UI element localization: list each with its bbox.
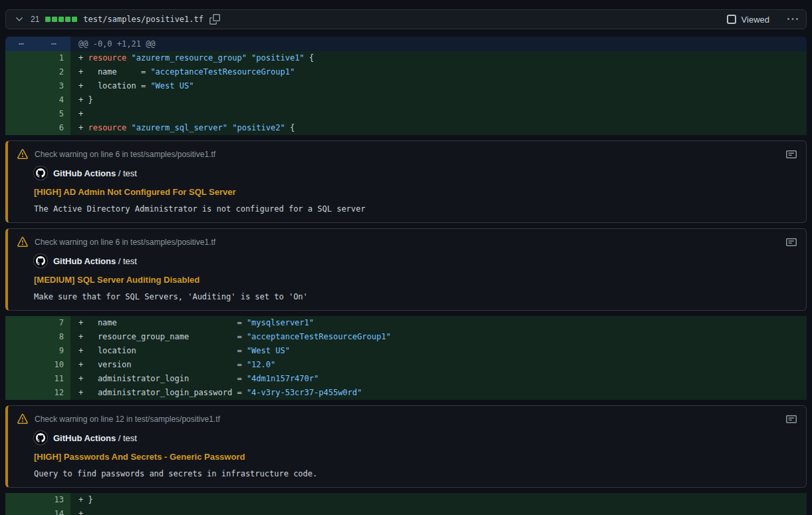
github-actions-avatar	[34, 431, 47, 444]
code-cell: + resource "azurerm_resource_group" "pos…	[70, 51, 807, 65]
line-number-old[interactable]	[5, 358, 38, 372]
line-number-new[interactable]: 2	[38, 65, 70, 79]
diff-line-row: 12+ administrator_login_password = "4-v3…	[5, 386, 807, 400]
line-number-old[interactable]	[5, 330, 38, 344]
line-number-new[interactable]: 6	[38, 121, 70, 135]
annotation-note-icon[interactable]	[786, 237, 797, 248]
code-token: +	[78, 53, 88, 63]
annotation-header: Check warning on line 12 in test/samples…	[17, 414, 797, 425]
check-source-name: GitHub Actions / test	[53, 433, 137, 443]
code-token: + name =	[78, 67, 150, 77]
diffstat-square	[65, 17, 70, 22]
diffstat-square	[45, 17, 51, 22]
code-cell: + location = "West US"	[70, 79, 807, 93]
warning-triangle-icon	[17, 237, 28, 248]
check-source-link[interactable]: GitHub Actions / test	[34, 431, 797, 444]
diff-line-row: 11+ administrator_login = "4dm1n157r470r…	[5, 372, 807, 386]
kebab-menu-icon[interactable]	[787, 14, 798, 25]
annotation-header-text: Check warning on line 12 in test/samples…	[35, 414, 220, 425]
chevron-down-icon[interactable]	[14, 14, 25, 25]
line-number-new[interactable]: 9	[38, 344, 70, 358]
annotation-message: Query to find passwords and secrets in i…	[34, 468, 797, 479]
annotation-message: Make sure that for SQL Servers, 'Auditin…	[34, 291, 797, 302]
check-source-link[interactable]: GitHub Actions / test	[34, 166, 797, 180]
code-token: "West US"	[247, 346, 290, 355]
annotation-message: The Active Directory Administrator is no…	[34, 204, 797, 214]
code-token: + administrator_login_password =	[78, 388, 247, 397]
line-number-old[interactable]	[5, 316, 38, 330]
annotation-title: [MEDIUM] SQL Server Auditing Disabled	[34, 275, 797, 285]
code-token: "West US"	[150, 81, 194, 90]
code-token: + name =	[78, 318, 247, 327]
line-number-old[interactable]	[5, 93, 38, 107]
line-number-old[interactable]	[5, 344, 38, 358]
line-number-old[interactable]	[5, 507, 38, 515]
code-token: "positive1"	[251, 53, 304, 63]
code-token: "azurerm_resource_group"	[131, 53, 246, 63]
annotation-header-text: Check warning on line 6 in test/samples/…	[35, 237, 215, 248]
expand-down-button[interactable]: ⋯	[38, 37, 70, 51]
line-number-new[interactable]: 5	[38, 107, 70, 121]
line-number-old[interactable]	[5, 386, 38, 400]
diff-line-row: 9+ location = "West US"	[5, 344, 807, 358]
line-number-old[interactable]	[5, 372, 38, 386]
code-cell: + resource_group_name = "acceptanceTestR…	[70, 330, 807, 344]
code-cell: + name = "acceptanceTestResourceGroup1"	[70, 65, 807, 79]
code-token: +	[78, 123, 88, 132]
line-number-old[interactable]	[5, 121, 38, 135]
code-token: {	[305, 53, 314, 63]
viewed-checkbox[interactable]	[727, 15, 736, 24]
line-number-new[interactable]: 11	[38, 372, 70, 386]
hunk-header-row: ⋯⋯@@ -0,0 +1,21 @@	[5, 37, 807, 51]
line-number-old[interactable]	[5, 493, 38, 507]
annotation-title: [HIGH] Passwords And Secrets - Generic P…	[34, 452, 797, 462]
file-header: 21 test/samples/positive1.tf Viewed	[5, 9, 807, 29]
warning-triangle-icon	[17, 149, 28, 160]
line-number-new[interactable]: 4	[38, 93, 70, 107]
line-number-new[interactable]: 13	[38, 493, 70, 507]
code-token: {	[285, 123, 295, 132]
line-number-new[interactable]: 10	[38, 358, 70, 372]
diff-line-row: 2+ name = "acceptanceTestResourceGroup1"	[5, 65, 807, 79]
code-token: + location =	[78, 81, 150, 90]
viewed-control[interactable]: Viewed	[727, 15, 769, 25]
diff-line-row: 1+ resource "azurerm_resource_group" "po…	[5, 51, 807, 65]
diff-line-row: 7+ name = "mysqlserver1"	[5, 316, 807, 330]
file-path: test/samples/positive1.tf	[83, 15, 203, 24]
code-token: + }	[78, 495, 93, 504]
line-number-old[interactable]	[5, 51, 38, 65]
diff-line-row: 14+	[5, 507, 807, 515]
annotation-note-icon[interactable]	[786, 149, 797, 160]
line-number-new[interactable]: 1	[38, 51, 70, 65]
changes-count: 21	[31, 15, 39, 24]
code-cell: + administrator_login = "4dm1n157r470r"	[70, 372, 807, 386]
code-token: +	[78, 109, 83, 118]
code-token: + resource_group_name =	[78, 332, 247, 341]
annotation-note-icon[interactable]	[786, 414, 797, 425]
annotation-title: [HIGH] AD Admin Not Configured For SQL S…	[34, 187, 797, 198]
code-cell: + resource "azurerm_sql_server" "positiv…	[70, 121, 807, 135]
code-token: "4dm1n157r470r"	[247, 374, 319, 383]
check-source-link[interactable]: GitHub Actions / test	[34, 254, 797, 267]
code-token: + location =	[78, 346, 247, 355]
copy-path-icon[interactable]	[209, 14, 220, 25]
line-number-new[interactable]: 3	[38, 79, 70, 93]
line-number-new[interactable]: 14	[38, 507, 70, 515]
line-number-old[interactable]	[5, 107, 38, 121]
line-number-new[interactable]: 12	[38, 386, 70, 400]
diff-line-row: 10+ version = "12.0"	[5, 358, 807, 372]
code-token: resource	[88, 123, 126, 132]
diff-line-row: 8+ resource_group_name = "acceptanceTest…	[5, 330, 807, 344]
code-token: "4-v3ry-53cr37-p455w0rd"	[247, 388, 362, 397]
line-number-old[interactable]	[5, 79, 38, 93]
diff-line-row: 3+ location = "West US"	[5, 79, 807, 93]
code-token: + administrator_login =	[78, 374, 247, 383]
expand-up-button[interactable]: ⋯	[5, 37, 38, 51]
code-cell: +	[70, 507, 807, 515]
code-cell: + administrator_login_password = "4-v3ry…	[70, 386, 807, 400]
line-number-new[interactable]: 8	[38, 330, 70, 344]
line-number-new[interactable]: 7	[38, 316, 70, 330]
github-actions-avatar	[34, 166, 47, 180]
line-number-old[interactable]	[5, 65, 38, 79]
code-token: "mysqlserver1"	[247, 318, 314, 327]
